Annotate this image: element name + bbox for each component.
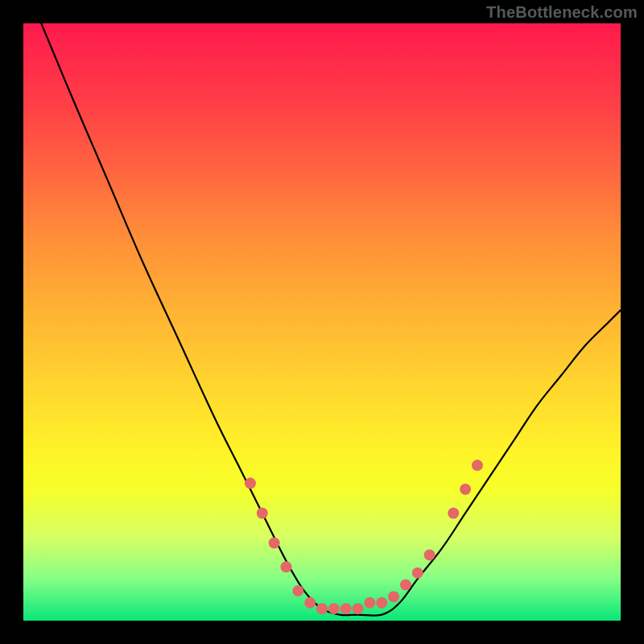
trough-dot <box>364 597 375 609</box>
trough-dot <box>257 507 268 518</box>
trough-dot <box>328 603 340 614</box>
bottleneck-curve <box>41 23 621 616</box>
trough-dot <box>424 549 436 560</box>
trough-dot <box>472 460 483 471</box>
trough-dot <box>316 603 328 614</box>
trough-dot <box>388 591 399 602</box>
watermark-text: TheBottleneck.com <box>486 3 638 22</box>
trough-dot <box>292 585 303 597</box>
trough-dot <box>448 507 459 518</box>
plot-area <box>23 23 621 621</box>
trough-markers <box>245 460 483 614</box>
trough-dot <box>353 603 364 614</box>
chart-frame: TheBottleneck.com <box>0 0 644 644</box>
trough-dot <box>245 477 256 489</box>
trough-dot <box>412 568 423 579</box>
trough-dot <box>341 603 352 614</box>
trough-dot <box>460 484 471 495</box>
trough-dot <box>280 561 291 572</box>
trough-dot <box>269 538 280 549</box>
trough-dot <box>400 579 411 590</box>
trough-dot <box>304 597 316 609</box>
curve-layer <box>23 23 621 621</box>
trough-dot <box>376 597 387 609</box>
